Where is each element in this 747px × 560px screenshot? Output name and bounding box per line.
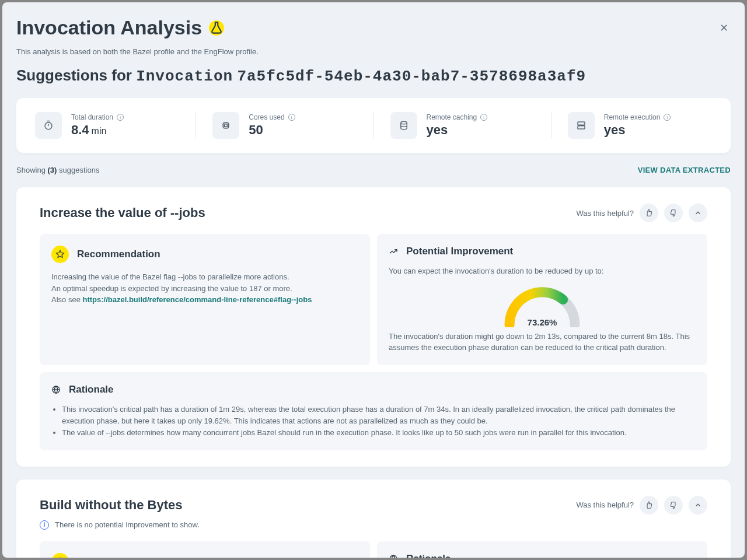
panels-row: Recommendation Increasing the value of t…	[40, 234, 707, 365]
metrics-card: Total durationi 8.4min Cores usedi 50 Re…	[16, 98, 731, 153]
flag-docs-link[interactable]: https://bazel.build/reference/command-li…	[82, 295, 312, 304]
suggestions-for-text: Suggestions for	[16, 66, 132, 84]
collapse-button[interactable]	[689, 496, 707, 514]
metric-label: Remote executioni	[604, 113, 671, 121]
info-icon: i	[40, 520, 49, 530]
metric-total-duration: Total durationi 8.4min	[35, 112, 196, 139]
feedback-controls: Was this helpful?	[576, 204, 707, 222]
panel-header: Recommendation	[51, 553, 358, 558]
gauge-chart: 73.26%	[389, 284, 696, 327]
metric-remote-caching: Remote cachingi yes	[374, 112, 551, 139]
gauge-value: 73.26%	[501, 317, 583, 327]
rationale-item: This invocation's critical path has a du…	[62, 404, 696, 427]
info-icon[interactable]: i	[288, 114, 295, 121]
info-icon[interactable]: i	[480, 114, 487, 121]
metric-value: 8.4min	[71, 123, 124, 138]
metric-label: Cores usedi	[249, 113, 295, 121]
title-row: Invocation Analysis ✕	[16, 16, 731, 39]
suggestions-heading: Suggestions for Invocation 7a5fc5df-54eb…	[16, 66, 731, 85]
star-icon	[51, 553, 69, 558]
improvement-intro: You can expect the invocation's duration…	[389, 265, 696, 277]
metric-value: 50	[249, 123, 295, 138]
metric-label: Total durationi	[71, 113, 124, 121]
feedback-prompt: Was this helpful?	[576, 501, 634, 509]
subtitle: This analysis is based on both the Bazel…	[16, 47, 731, 56]
globe-icon	[389, 554, 398, 558]
no-improvement-note: i There is no potential improvement to s…	[40, 520, 707, 530]
panels-row: Recommendation Rationale	[40, 541, 707, 558]
info-icon[interactable]: i	[117, 114, 124, 121]
panel-header: Rationale	[51, 384, 696, 396]
panel-title: Potential Improvement	[406, 246, 513, 257]
suggestion-card-build-without-bytes: Build without the Bytes Was this helpful…	[16, 480, 731, 558]
feedback-controls: Was this helpful?	[576, 496, 707, 514]
invocation-id: 7a5fc5df-54eb-4a30-bab7-3578698a3af9	[237, 68, 586, 85]
panel-header: Recommendation	[51, 246, 358, 263]
flask-icon	[209, 20, 224, 36]
recommendation-panel: Recommendation	[40, 541, 370, 558]
panel-title: Rationale	[69, 384, 114, 396]
card-title: Build without the Bytes	[40, 498, 182, 513]
svg-rect-5	[578, 126, 585, 129]
svg-point-3	[400, 121, 407, 124]
page-title: Invocation Analysis	[16, 16, 224, 39]
improvement-panel: Potential Improvement You can expect the…	[377, 234, 707, 365]
controls-row: Showing (3) suggestions VIEW DATA EXTRAC…	[16, 166, 731, 174]
globe-icon	[51, 385, 61, 394]
thumbs-down-button[interactable]	[664, 496, 683, 514]
feedback-prompt: Was this helpful?	[576, 209, 634, 218]
suggestion-card-increase-jobs: Increase the value of --jobs Was this he…	[16, 187, 731, 467]
stopwatch-icon	[35, 112, 62, 139]
showing-count: Showing (3) suggestions	[16, 166, 99, 174]
server-icon	[568, 112, 595, 139]
rationale-list: This invocation's critical path has a du…	[62, 404, 696, 439]
svg-rect-2	[225, 124, 228, 127]
card-header: Build without the Bytes Was this helpful…	[40, 496, 707, 514]
rationale-panel: Rationale This invocation's critical pat…	[40, 372, 707, 450]
metric-cores-used: Cores usedi 50	[196, 112, 374, 139]
view-data-extracted-link[interactable]: VIEW DATA EXTRACTED	[638, 166, 731, 174]
improvement-detail: The invocation's duration might go down …	[389, 331, 696, 354]
collapse-button[interactable]	[689, 204, 707, 222]
analysis-modal: Invocation Analysis ✕ This analysis is b…	[2, 2, 745, 558]
thumbs-up-button[interactable]	[640, 496, 658, 514]
card-title: Increase the value of --jobs	[40, 205, 205, 220]
metric-label: Remote cachingi	[427, 113, 488, 121]
metric-value: yes	[604, 123, 671, 138]
page-title-text: Invocation Analysis	[16, 16, 202, 39]
trend-icon	[389, 247, 398, 256]
rationale-item: The value of --jobs determines how many …	[62, 427, 696, 439]
rationale-panel: Rationale	[377, 541, 707, 558]
thumbs-up-button[interactable]	[640, 204, 658, 222]
panel-title: Rationale	[406, 553, 451, 558]
svg-rect-4	[578, 122, 585, 125]
info-icon[interactable]: i	[664, 114, 671, 121]
cpu-icon	[212, 112, 239, 139]
recommendation-panel: Recommendation Increasing the value of t…	[40, 234, 370, 365]
panel-header: Rationale	[389, 553, 696, 558]
panel-title: Recommendation	[77, 249, 160, 260]
panel-title: Recommendation	[77, 556, 160, 558]
metric-value: yes	[427, 123, 488, 138]
svg-rect-1	[224, 123, 229, 128]
close-icon[interactable]: ✕	[717, 21, 731, 35]
database-icon	[390, 112, 417, 139]
invocation-label: Invocation	[136, 68, 233, 85]
star-icon	[51, 246, 69, 263]
card-header: Increase the value of --jobs Was this he…	[40, 204, 707, 222]
panel-header: Potential Improvement	[389, 246, 696, 257]
recommendation-text: Increasing the value of the Bazel flag -…	[51, 271, 358, 306]
metric-remote-execution: Remote executioni yes	[551, 112, 712, 139]
thumbs-down-button[interactable]	[664, 204, 683, 222]
